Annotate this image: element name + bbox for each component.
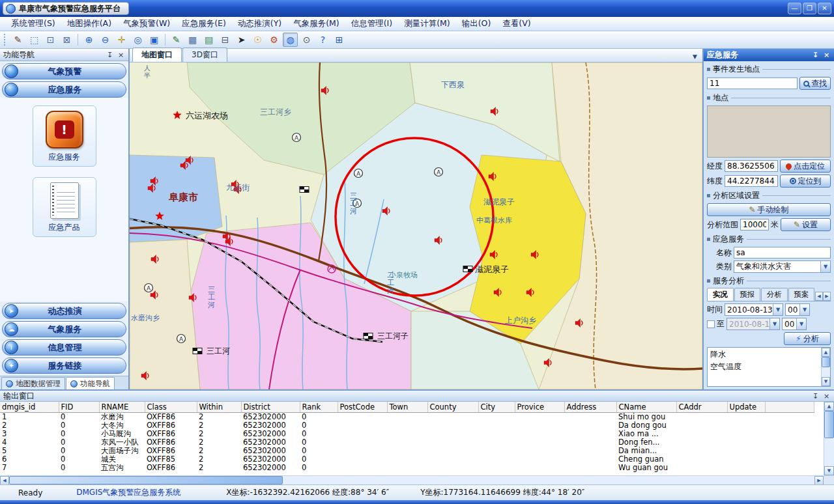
close-icon[interactable]: × <box>822 392 831 400</box>
menu-item-5[interactable]: 动态推演(Y) <box>232 17 287 31</box>
nav-button-bottom-3[interactable]: i信息管理 <box>2 339 126 356</box>
map-tab-2[interactable]: 3D窗口 <box>182 48 227 62</box>
menu-item-9[interactable]: 输出(O) <box>456 17 497 31</box>
scroll-thumb[interactable] <box>822 357 830 367</box>
pointer-icon[interactable]: ➤ <box>234 33 249 47</box>
column-header-RNAME[interactable]: RNAME <box>99 402 145 413</box>
service-name-input[interactable] <box>734 247 831 259</box>
restore-button[interactable]: ❐ <box>803 3 816 14</box>
horizontal-scrollbar[interactable]: ◀ ▶ <box>0 475 834 484</box>
nav-button-2[interactable]: 应急服务 <box>2 81 126 98</box>
table-row[interactable]: 20大冬沟OXFF8626523020000Da dong gou <box>0 421 814 430</box>
tab-scroll-left-icon[interactable]: ◀ <box>815 292 823 301</box>
flag-marker[interactable] <box>463 266 472 272</box>
minimize-button[interactable]: — <box>788 3 801 14</box>
column-header-PostCode[interactable]: PostCode <box>338 402 387 413</box>
column-header-CName[interactable]: CName <box>616 402 676 413</box>
menu-item-3[interactable]: 气象预警(W) <box>117 17 176 31</box>
menu-item-7[interactable]: 信息管理(I) <box>345 17 398 31</box>
table-row[interactable]: 30小马厩沟OXFF8626523020000Xiao ma ... <box>0 430 814 438</box>
measure-icon[interactable]: ✎ <box>169 33 184 47</box>
analysis-factor-list[interactable]: 降水空气温度 ▲ ▼ <box>707 347 831 387</box>
image-icon[interactable]: ▤ <box>201 33 216 47</box>
flag-marker[interactable] <box>300 187 309 193</box>
scroll-right-icon[interactable]: ▶ <box>814 476 824 485</box>
launcher-emergency-product[interactable]: 应急产品 <box>33 177 96 237</box>
export-icon[interactable]: ⊞ <box>332 33 347 47</box>
column-header-CAddr[interactable]: CAddr <box>676 402 727 413</box>
column-header-Rank[interactable]: Rank <box>300 402 338 413</box>
vertical-scrollbar[interactable]: ▲ ▼ <box>824 402 834 475</box>
chevron-down-icon[interactable]: ▼ <box>796 318 806 329</box>
lightbulb-icon[interactable]: ☉ <box>250 33 265 47</box>
chevron-down-icon[interactable]: ▼ <box>820 261 830 272</box>
service-tab-2[interactable]: 预报 <box>734 288 761 301</box>
table-row[interactable]: 40东风一小队OXFF8626523020000Dong fen... <box>0 438 814 447</box>
scroll-left-icon[interactable]: ◀ <box>0 476 9 485</box>
pin-icon[interactable]: ↧ <box>106 51 114 59</box>
column-header-FID[interactable]: FID <box>59 402 99 413</box>
close-icon[interactable]: × <box>822 51 831 59</box>
column-header-Address[interactable]: Address <box>564 402 616 413</box>
longitude-input[interactable] <box>725 160 778 172</box>
nav-button-bottom-2[interactable]: ☁气象服务 <box>2 321 126 337</box>
toolbar-drag-handle[interactable] <box>4 34 7 46</box>
launcher-emergency-service[interactable]: ! 应急服务 <box>33 105 96 167</box>
scroll-thumb[interactable] <box>9 476 283 484</box>
emergency-globe-icon[interactable]: ◍ <box>283 33 298 47</box>
chevron-down-icon[interactable]: ▼ <box>769 318 779 329</box>
menu-item-6[interactable]: 气象服务(M) <box>287 17 345 31</box>
chevron-down-icon[interactable]: ▼ <box>799 304 809 315</box>
menu-item-10[interactable]: 查看(V) <box>496 17 536 31</box>
zoom-in-icon[interactable]: ⊕ <box>81 33 96 47</box>
settings-icon[interactable]: ⚙ <box>266 33 281 47</box>
table-row[interactable]: 60城关OXFF8526523020000Cheng guan <box>0 455 814 464</box>
zoom-out-icon[interactable]: ⊖ <box>98 33 113 47</box>
full-extent-icon[interactable]: ◎ <box>130 33 145 47</box>
click-locate-button[interactable]: 点击定位 <box>780 160 831 173</box>
close-icon[interactable]: × <box>117 51 125 59</box>
end-hour-select[interactable]: 00 ▼ <box>782 318 807 330</box>
circleA-marker[interactable]: A <box>293 133 301 142</box>
set-button[interactable]: ✎ 设置 <box>781 218 831 231</box>
select-element-icon[interactable]: ⊡ <box>43 33 58 47</box>
start-date-select[interactable]: 2010-08-13 ▼ <box>725 303 783 316</box>
window-list-dropdown-icon[interactable]: ▼ <box>690 53 700 62</box>
table-row[interactable]: 10水磨沟OXFF8626523020000Shui mo gou <box>0 413 814 422</box>
grid-icon[interactable]: ▦ <box>185 33 200 47</box>
pan-icon[interactable]: ✛ <box>114 33 129 47</box>
menu-item-8[interactable]: 测量计算(M) <box>398 17 456 31</box>
flag-marker[interactable] <box>364 333 373 339</box>
nav-button-bottom-4[interactable]: ✦服务链接 <box>2 357 126 374</box>
nav-button-bottom-1[interactable]: ➤动态推演 <box>2 303 126 319</box>
menu-item-1[interactable]: 系统管理(S) <box>5 17 61 31</box>
scroll-up-icon[interactable]: ▲ <box>822 348 830 357</box>
panel-tab-2[interactable]: 功能导航 <box>66 377 115 389</box>
range-input[interactable] <box>740 219 769 231</box>
close-button[interactable]: ✕ <box>818 3 831 14</box>
results-grid[interactable]: dmgis_idFIDRNAMEClassWithinDistrictRankP… <box>0 402 824 475</box>
menu-item-2[interactable]: 地图操作(A) <box>61 17 117 31</box>
select-rect-icon[interactable]: ⬚ <box>27 33 42 47</box>
circleA-marker[interactable]: A <box>435 168 443 176</box>
zoom-window-icon[interactable]: ▣ <box>147 33 162 47</box>
column-header-City[interactable]: City <box>478 402 515 413</box>
help-icon[interactable]: ? <box>315 33 330 47</box>
circleA-marker[interactable]: A <box>354 169 363 178</box>
column-header-District[interactable]: District <box>241 402 300 413</box>
column-header-dmgis_id[interactable]: dmgis_id <box>0 402 59 413</box>
analyze-button[interactable]: ⚡ 分析 <box>784 332 831 345</box>
to-checkbox[interactable] <box>707 320 715 328</box>
circleA-marker[interactable]: A <box>145 284 153 292</box>
service-tab-3[interactable]: 分析 <box>761 288 788 301</box>
service-tab-1[interactable]: 实况 <box>707 288 734 301</box>
column-header-Town[interactable]: Town <box>387 402 427 413</box>
location-input[interactable] <box>707 77 798 89</box>
column-header-Class[interactable]: Class <box>145 402 197 413</box>
flag-marker[interactable] <box>193 348 202 354</box>
column-header-Provice[interactable]: Provice <box>515 402 564 413</box>
scroll-up-icon[interactable]: ▲ <box>824 402 834 411</box>
latitude-input[interactable] <box>725 175 778 187</box>
table-row[interactable]: 50大面场子沟OXFF8626523020000Da mian... <box>0 447 814 455</box>
category-select[interactable]: 气象和洪水灾害 ▼ <box>734 260 831 273</box>
